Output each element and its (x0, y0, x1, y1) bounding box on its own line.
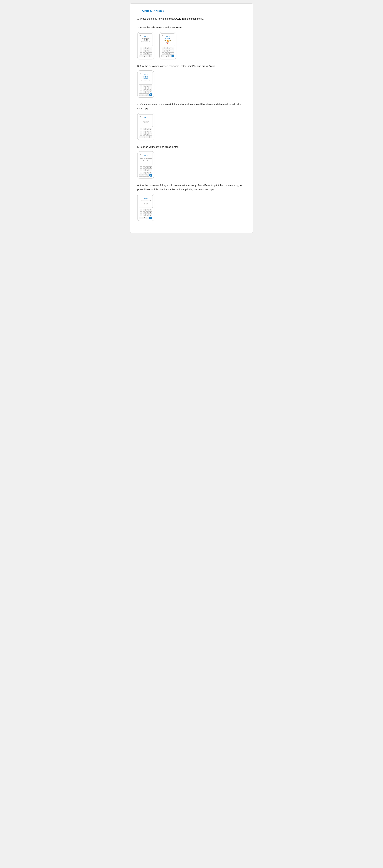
key-search-f: ⊙ (149, 209, 152, 211)
terminal-5: ▂▄ SALE Tear off merchant receipt Reprin… (137, 151, 154, 179)
key-2: 2 (143, 47, 146, 50)
terminal-5-screen: ▂▄ SALE Tear off merchant receipt Reprin… (139, 153, 153, 165)
key-dot-f: · (146, 217, 149, 219)
key-space-e (139, 174, 143, 177)
screen-label: Enter sale amount: (141, 38, 151, 39)
screen-pin: Enter PIN (143, 78, 148, 79)
key-cf: C (149, 214, 152, 216)
cancel-label-3: Cancel (141, 80, 144, 81)
key-1c: 1 (140, 86, 142, 88)
key-5c: 5 (143, 88, 146, 90)
title-text: Chip & PIN sale (142, 9, 164, 12)
key-9c: 9 (146, 91, 149, 93)
key-cc: C (149, 91, 152, 93)
step-3: 3. Ask the customer to insert their card… (137, 64, 246, 98)
screen-title-5: SALE (144, 155, 147, 157)
key-search-e: ⊙ (149, 166, 152, 169)
key-5d: 5 (143, 131, 146, 133)
key-0d: 0 (143, 136, 146, 138)
card-icon-2: 📶 (167, 40, 169, 41)
key-6c: 6 (146, 88, 149, 90)
key-5f: 5 (143, 211, 146, 214)
key-6d: 6 (146, 131, 149, 133)
key-5e: 5 (143, 169, 146, 171)
key-xd: × (149, 131, 152, 133)
key-space (139, 55, 143, 57)
key-search-b: ⊙ (171, 47, 174, 50)
key-cb: C (171, 53, 174, 55)
no-label: No (144, 203, 145, 204)
key-enter-b: ↵ (172, 55, 174, 57)
key-1e: 1 (140, 166, 142, 169)
key-dot: · (146, 55, 149, 57)
key-xc: × (149, 88, 152, 90)
key-enter-d: ○ (149, 136, 152, 138)
key-7d: 7 (140, 133, 142, 135)
key-9d: 9 (146, 133, 149, 135)
key-0e: 0 (143, 174, 146, 177)
terminal-2: ▂▄ SALE £20.00 💳 📶 💳 Cancel (159, 32, 176, 59)
key-6b: 6 (168, 50, 171, 52)
screen-title-6: SALE (144, 197, 147, 199)
step-5: 5. Tear off your copy and press 'Enter'.… (137, 145, 246, 179)
key-7b: 7 (162, 53, 165, 55)
key-8b: 8 (165, 53, 168, 55)
ok-label-5: Ok (147, 160, 148, 161)
step-2-terminals: ▂▄ SALE Enter sale amount: £0.00 Cancel … (137, 32, 246, 59)
key-search-d: ⊙ (149, 128, 152, 130)
key-5b: 5 (165, 50, 168, 52)
key-space-b (161, 55, 165, 57)
key-search-c: ⊙ (149, 86, 152, 88)
key-dot-b: · (168, 55, 171, 57)
signal-icon-6: ▂▄ (140, 196, 141, 197)
signal-icon: ▂▄ (140, 34, 141, 36)
step-1-text: 1. Press the menu key and select SALE fr… (137, 17, 246, 21)
clear-label: Clear (145, 41, 148, 42)
key-enter-c: ↵ (149, 93, 152, 96)
key-9: 9 (146, 53, 149, 55)
step-6: 6. Ask the customer if they would like a… (137, 183, 246, 221)
screen-title: SALE (144, 36, 147, 37)
step-2: 2. Enter the sale amount and press Enter… (137, 26, 246, 59)
keypad-5: 1 2 3 ⊙ 4 5 6 × 7 8 9 C (139, 166, 153, 177)
key-8e: 8 (143, 172, 146, 174)
terminal-3: ▂▄ SALE €45.00 Enter PIN Cancel Clear Ok (137, 70, 154, 98)
reprint-btn (144, 162, 145, 162)
key-search: ⊙ (149, 47, 152, 50)
cancel-btn-2 (167, 43, 168, 44)
clear-btn-3 (145, 82, 146, 82)
key-8f: 8 (143, 214, 146, 216)
step-5-terminals: ▂▄ SALE Tear off merchant receipt Reprin… (137, 151, 246, 179)
key-3b: 3 (168, 47, 171, 50)
key-4f: 4 (140, 211, 142, 214)
key-3c: 3 (146, 86, 149, 88)
yes-btn (146, 204, 147, 205)
key-enter-empty: ○ (149, 55, 152, 57)
step-6-text: 6. Ask the customer if they would like a… (137, 183, 246, 191)
no-btn (144, 204, 145, 205)
clear-label-3: Clear (145, 80, 148, 81)
key-0c: 0 (143, 93, 146, 96)
key-6: 6 (146, 50, 149, 52)
signal-icon-4: ▂▄ (140, 115, 141, 116)
key-6e: 6 (146, 169, 149, 171)
key-3d: 3 (146, 128, 149, 130)
key-space-f (139, 217, 143, 219)
yes-label: Yes (146, 203, 148, 204)
terminal-2-screen: ▂▄ SALE £20.00 💳 📶 💳 Cancel (161, 33, 175, 46)
step-4-text: 4. If the transaction is successful the … (137, 102, 246, 111)
terminal-3-screen: ▂▄ SALE €45.00 Enter PIN Cancel Clear Ok (139, 72, 153, 85)
key-2e: 2 (143, 166, 146, 169)
key-enter-f: ↵ (149, 217, 152, 219)
step-3-terminals: ▂▄ SALE €45.00 Enter PIN Cancel Clear Ok (137, 70, 246, 98)
keypad-3: 1 2 3 ⊙ 4 5 6 × 7 8 9 C (139, 86, 153, 96)
terminal-1: ▂▄ SALE Enter sale amount: £0.00 Cancel … (137, 32, 154, 59)
ok-btn-3 (147, 82, 148, 82)
key-cd: C (149, 133, 152, 135)
card-icon-1: 💳 (165, 40, 167, 41)
key-space-c (139, 93, 143, 96)
terminal-4: ▂▄ SALE APPROVAL400431 1 2 3 ⊙ 4 5 (137, 113, 154, 140)
terminal-1-screen: ▂▄ SALE Enter sale amount: £0.00 Cancel … (139, 33, 153, 46)
key-x: × (149, 50, 152, 52)
screen-amount-3: €45.00 (143, 76, 148, 78)
